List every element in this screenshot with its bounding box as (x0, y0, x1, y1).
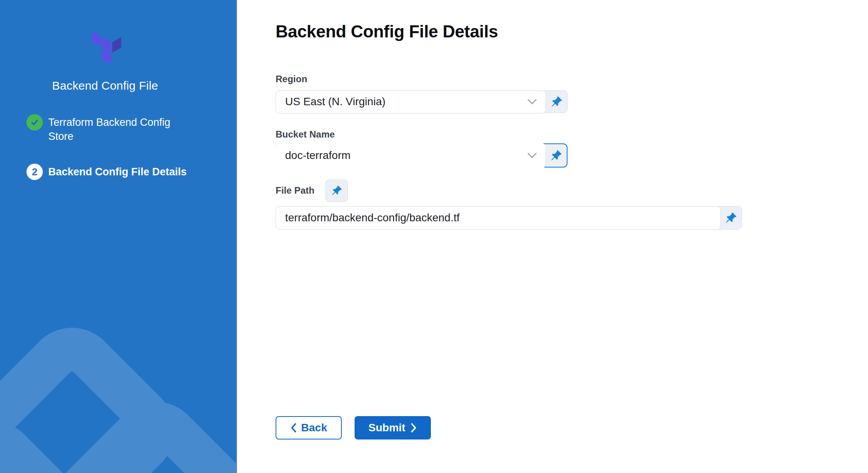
wizard-window: Backend Config File Terraform Backend Co… (0, 0, 868, 473)
chevron-down-icon (527, 99, 537, 105)
pin-icon (331, 185, 342, 196)
file-path-label: File Path (276, 185, 315, 196)
step-number-badge: 2 (26, 164, 43, 180)
wizard-actions: Back Submit (276, 416, 868, 439)
region-label: Region (276, 73, 868, 85)
step-terraform-backend-config-store[interactable]: Terraform Backend Config Store (26, 114, 210, 143)
sidebar-content: Backend Config File Terraform Backend Co… (0, 30, 210, 180)
file-path-input[interactable] (276, 206, 721, 230)
step-completed-check-icon (26, 114, 43, 131)
region-value: US East (N. Virginia) (285, 95, 386, 108)
file-path-label-row: File Path (276, 179, 868, 202)
back-button[interactable]: Back (276, 416, 342, 439)
bucket-name-pin-button[interactable] (546, 144, 567, 167)
back-button-label: Back (301, 422, 327, 434)
wizard-steps: Terraform Backend Config Store 2 Backend… (0, 114, 210, 180)
bucket-name-label: Bucket Name (276, 129, 868, 140)
submit-button-label: Submit (369, 422, 406, 434)
step-backend-config-file-details[interactable]: 2 Backend Config File Details (26, 164, 210, 180)
file-path-field-group (276, 206, 742, 229)
wizard-main-panel: Backend Config File Details Region US Ea… (237, 0, 868, 473)
chevron-left-icon (290, 423, 297, 433)
wizard-title: Backend Config File (0, 79, 210, 92)
terraform-logo (88, 30, 122, 66)
pin-icon (725, 212, 737, 224)
submit-button[interactable]: Submit (355, 416, 431, 439)
pin-icon (550, 150, 562, 161)
wizard-sidebar: Backend Config File Terraform Backend Co… (0, 0, 237, 473)
region-pin-button[interactable] (546, 91, 568, 113)
chevron-down-icon (527, 152, 537, 159)
chevron-right-icon (411, 423, 417, 433)
bucket-name-select[interactable]: doc-terraform (276, 143, 546, 168)
bucket-name-value: doc-terraform (285, 149, 351, 162)
file-path-input-pin-button[interactable] (721, 206, 742, 229)
page-title: Backend Config File Details (276, 21, 868, 42)
region-field-group: US East (N. Virginia) (276, 90, 568, 113)
step-label: Backend Config File Details (48, 164, 187, 179)
file-path-pin-button[interactable] (325, 180, 348, 202)
pin-icon (551, 96, 562, 108)
bucket-name-field-group: doc-terraform (276, 143, 568, 168)
region-select[interactable]: US East (N. Virginia) (276, 90, 546, 113)
step-label: Terraform Backend Config Store (48, 114, 196, 143)
